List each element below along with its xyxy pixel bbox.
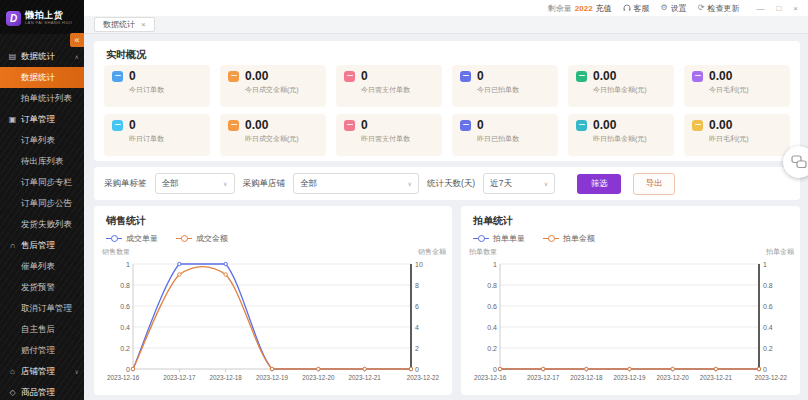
goods-icon: ◇	[7, 388, 18, 397]
sidebar-item[interactable]: ◇商品管理	[0, 382, 84, 400]
stat-label: 今日需支付单数	[361, 85, 434, 95]
sidebar-item[interactable]: 催单列表	[0, 256, 84, 277]
check-update-label: 检查更新	[707, 3, 739, 14]
balance-label: 剩余量	[548, 3, 572, 14]
sidebar-item[interactable]: 赔付管理	[0, 340, 84, 361]
sidebar-item-label: 自主售后	[21, 324, 55, 336]
sidebar-item[interactable]: 发货预警	[0, 277, 84, 298]
sidebar-item-label: 取消订单管理	[21, 303, 72, 315]
export-button[interactable]: 导出	[633, 173, 675, 195]
data-point	[131, 367, 134, 370]
sidebar-item[interactable]: ▤数据统计∧	[0, 46, 84, 67]
svg-text:1: 1	[493, 261, 497, 268]
svg-text:0.6: 0.6	[487, 303, 497, 310]
stat-value: 0.00	[593, 70, 616, 82]
search-button[interactable]: 筛选	[577, 174, 621, 194]
stat-label: 昨日成交金额(元)	[245, 134, 318, 144]
sidebar-item[interactable]: 订单同步专栏	[0, 172, 84, 193]
sidebar: D 懒拍上货 LAN PAI SHANG HUO « ▤数据统计∧数据统计拍单统…	[0, 0, 84, 400]
svg-text:10: 10	[415, 261, 423, 268]
legend-item[interactable]: 成交金额	[176, 233, 228, 244]
caret-icon: ∧	[75, 53, 79, 60]
recharge-link[interactable]: 充值	[596, 3, 612, 14]
service-button[interactable]: 客服	[623, 3, 650, 14]
svg-text:0.4: 0.4	[487, 324, 497, 331]
svg-text:2: 2	[415, 345, 419, 352]
sales-chart-title: 销售统计	[94, 206, 452, 228]
data-point	[178, 262, 181, 265]
stat-label: 昨日需支付单数	[361, 134, 434, 144]
sidebar-item[interactable]: 取消订单管理	[0, 298, 84, 319]
stat-icon	[692, 120, 703, 131]
sidebar-item[interactable]: 数据统计	[0, 67, 84, 88]
stat-value: 0	[477, 119, 484, 131]
sidebar-item-label: 店铺管理	[21, 366, 55, 378]
sidebar-item[interactable]: ∩售后管理	[0, 235, 84, 256]
svg-text:2023-12-17: 2023-12-17	[527, 374, 560, 381]
svg-text:0.2: 0.2	[763, 345, 773, 352]
legend-item[interactable]: 成交单量	[106, 233, 158, 244]
stat-label: 今日已拍单数	[477, 85, 550, 95]
sidebar-item[interactable]: 待出库列表	[0, 151, 84, 172]
balance-value: 2022	[575, 4, 593, 13]
series-line	[133, 267, 411, 369]
stat-card: 0昨日订单数	[104, 114, 210, 156]
svg-text:2023-12-18: 2023-12-18	[210, 374, 243, 381]
filter-tag-select[interactable]: 全部 ∨	[155, 173, 235, 194]
close-icon[interactable]: ×	[793, 4, 798, 13]
tab-label: 数据统计	[103, 19, 135, 30]
sidebar-item-label: 订单管理	[21, 114, 55, 126]
auction-yaxis-left-name: 拍单数量	[469, 247, 497, 257]
legend-marker-icon	[473, 235, 489, 243]
auction-chart-panel: 拍单统计 拍单单量拍单金额 拍单数量 拍单金额 000.20.20.40.40.…	[461, 206, 800, 395]
floating-chat-button[interactable]	[783, 146, 808, 178]
check-update-button[interactable]: ⟳ 检查更新	[698, 3, 740, 14]
sales-chart-panel: 销售统计 成交单量成交金额 销售数量 销售金额 000.220.440.660.…	[94, 206, 452, 395]
filter-shop-value: 全部	[300, 178, 317, 190]
svg-text:8: 8	[415, 282, 419, 289]
settings-button[interactable]: ⚙ 设置	[661, 3, 687, 14]
legend-label: 成交单量	[126, 233, 158, 244]
stat-label: 昨日已拍单数	[477, 134, 550, 144]
filter-days-value: 近7天	[490, 178, 512, 190]
svg-text:0.6: 0.6	[120, 303, 130, 310]
sidebar-item-label: 订单同步公告	[21, 198, 72, 210]
minimize-icon[interactable]: —	[756, 4, 764, 13]
sidebar-item[interactable]: ⌂店铺管理∨	[0, 361, 84, 382]
sidebar-collapse-icon[interactable]: «	[70, 33, 84, 47]
sidebar-item[interactable]: 订单列表	[0, 130, 84, 151]
svg-text:0.6: 0.6	[763, 303, 773, 310]
filter-bar: 采购单标签 全部 ∨ 采购单店铺 全部 ∨ 统计天数(天) 近7天 ∨ 筛选 导…	[94, 167, 800, 200]
filter-shop-select[interactable]: 全部 ∨	[293, 173, 419, 194]
stat-card: 0.00昨日拍单金额(元)	[568, 114, 674, 156]
chat-bubbles-icon	[791, 155, 807, 169]
data-point	[671, 367, 674, 370]
svg-text:2023-12-19: 2023-12-19	[613, 374, 646, 381]
svg-text:2023-12-16: 2023-12-16	[107, 374, 140, 381]
stat-label: 今日拍单金额(元)	[593, 85, 666, 95]
stat-card: 0.00今日毛利(元)	[684, 65, 790, 107]
sidebar-item[interactable]: 订单同步公告	[0, 193, 84, 214]
maximize-icon[interactable]: □	[776, 4, 781, 13]
svg-text:2023-12-22: 2023-12-22	[407, 374, 440, 381]
sidebar-item[interactable]: 拍单统计列表	[0, 88, 84, 109]
stat-icon	[576, 71, 587, 82]
logo-icon: D	[6, 11, 21, 26]
stat-card: 0.00今日拍单金额(元)	[568, 65, 674, 107]
stat-icon	[112, 71, 123, 82]
sales-chart-legend: 成交单量成交金额	[94, 228, 452, 244]
legend-item[interactable]: 拍单金额	[543, 233, 595, 244]
tab-close-icon[interactable]: ×	[141, 20, 146, 29]
svg-text:2023-12-20: 2023-12-20	[657, 374, 690, 381]
chevron-down-icon: ∨	[536, 180, 548, 187]
refresh-icon: ⟳	[698, 4, 705, 12]
svg-text:0.8: 0.8	[487, 282, 497, 289]
sidebar-item[interactable]: 发货失败列表	[0, 214, 84, 235]
sidebar-item[interactable]: ▣订单管理	[0, 109, 84, 130]
data-point	[757, 367, 760, 370]
legend-item[interactable]: 拍单单量	[473, 233, 525, 244]
tab-data-statistics[interactable]: 数据统计 ×	[94, 17, 155, 32]
filter-days-select[interactable]: 近7天 ∨	[483, 173, 555, 194]
service-label: 客服	[634, 3, 650, 14]
sidebar-item[interactable]: 自主售后	[0, 319, 84, 340]
